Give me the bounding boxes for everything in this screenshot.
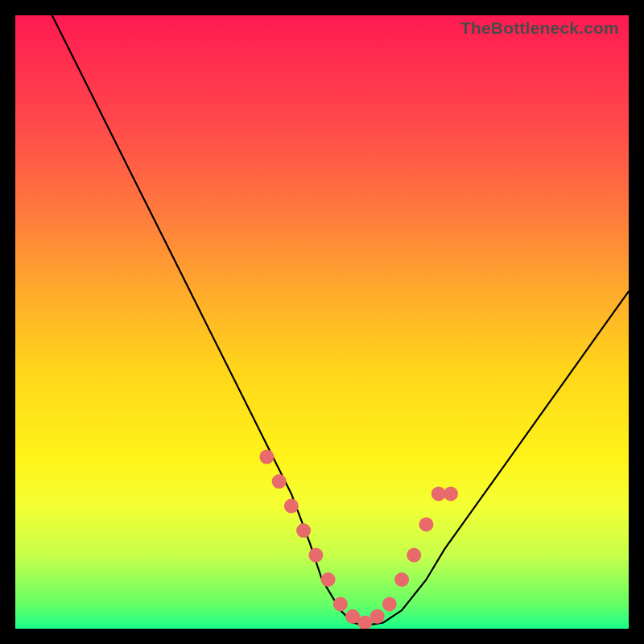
chart-frame: TheBottleneck.com bbox=[0, 0, 644, 644]
marker-dot bbox=[308, 548, 323, 563]
marker-dot bbox=[394, 572, 409, 587]
marker-dot bbox=[419, 518, 434, 532]
plot-area: TheBottleneck.com bbox=[15, 15, 629, 629]
marker-dot bbox=[296, 523, 311, 538]
marker-dot bbox=[272, 474, 287, 489]
marker-dot bbox=[407, 548, 421, 563]
bottleneck-curve bbox=[52, 15, 629, 625]
marker-dot bbox=[284, 499, 299, 514]
marker-dot bbox=[370, 609, 385, 624]
marker-dot bbox=[321, 572, 336, 587]
marker-dot bbox=[444, 486, 458, 501]
marker-dot bbox=[333, 597, 348, 612]
chart-svg bbox=[15, 15, 629, 629]
marker-dot bbox=[382, 597, 397, 612]
marker-dots bbox=[259, 450, 458, 629]
marker-dot bbox=[259, 450, 274, 464]
